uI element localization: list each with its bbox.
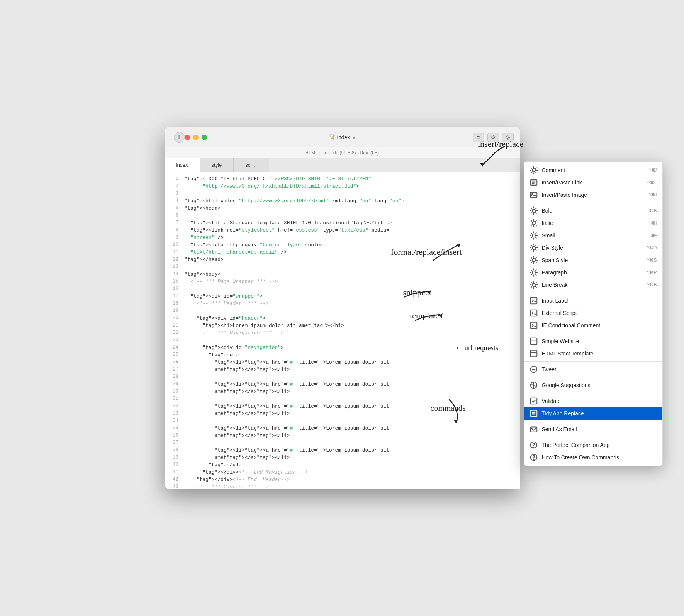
menu-item-bold[interactable]: Bold⌘B	[524, 205, 662, 217]
close-button[interactable]	[185, 135, 190, 140]
tab-index[interactable]: index	[165, 158, 200, 172]
line-content: amet"tag"></a>"tag"></li>	[185, 410, 517, 417]
code-line: 42 "tag"></div><!-- End Header-->	[165, 476, 520, 483]
menu-item-input-label[interactable]: Input Label	[524, 294, 662, 307]
svg-point-15	[532, 259, 535, 262]
code-line: 7 "tag"><title>Standard Template XHTML 1…	[165, 219, 520, 227]
snippet-icon	[530, 296, 538, 305]
info-button[interactable]: i	[174, 132, 185, 143]
menu-item-label: Tweet	[542, 366, 657, 372]
menu-item-google-suggestions[interactable]: Google Suggestions	[524, 379, 662, 391]
line-number: 37	[168, 439, 178, 447]
gear-icon	[530, 231, 538, 240]
line-number: 6	[168, 212, 178, 219]
line-number: 41	[168, 469, 178, 476]
menu-item-comment[interactable]: Comment^⌘/	[524, 164, 662, 176]
line-content: "tag"><li>"tag"><a href="#" title="">Lor…	[185, 381, 517, 388]
google-icon	[530, 381, 538, 389]
gear-icon	[530, 268, 538, 277]
menu-item-div-style[interactable]: Div Style^⌘D	[524, 242, 662, 254]
menu-separator	[524, 203, 662, 203]
line-number: 3	[168, 190, 178, 197]
maximize-button[interactable]	[202, 135, 207, 140]
menu-item-label: IE Conditional Comment	[542, 322, 657, 328]
line-content: <!-- *** Content *** -->	[185, 483, 517, 489]
menu-item-italic[interactable]: Italic⌘I	[524, 217, 662, 229]
menu-item-tidy-replace[interactable]: Tidy And Replace	[524, 407, 662, 420]
menu-separator	[524, 333, 662, 333]
line-content: "tag"><li>"tag"><a href="#" title="">Lor…	[185, 359, 517, 366]
menu-item-label: Bold	[542, 208, 645, 214]
line-content: "tag"><li>"tag"><a href="#" title="">Lor…	[185, 425, 517, 432]
menu-item-label: Paragraph	[542, 269, 643, 276]
line-number: 27	[168, 366, 178, 373]
annotation-url-requests: ← url requests	[455, 344, 499, 352]
code-line: 36 amet"tag"></a>"tag"></li>	[165, 432, 520, 439]
menu-item-paragraph[interactable]: Paragraph^⌘P	[524, 266, 662, 279]
line-number: 22	[168, 329, 178, 337]
menu-item-small[interactable]: Small⌘-	[524, 229, 662, 242]
menu-item-html-strict[interactable]: HTML Strict Template	[524, 347, 662, 360]
line-number: 28	[168, 373, 178, 381]
content-area: 1"tag"><!DOCTYPE html PUBLIC "-//W3C//DT…	[165, 172, 520, 489]
menu-item-label: Input Label	[542, 298, 657, 304]
menu-item-simple-website[interactable]: Simple Website	[524, 335, 662, 347]
line-number: 35	[168, 425, 178, 432]
menu-separator	[524, 421, 662, 421]
subtitlebar: HTML · Unicode (UTF-8) · Unix (LF)	[165, 147, 520, 158]
code-line: 11 "text/html; charset=us-ascii" />	[165, 249, 520, 256]
menu-item-external-script[interactable]: External Script	[524, 307, 662, 319]
menu-item-tweet[interactable]: Tweet	[524, 363, 662, 376]
line-content: "tag"></div><!-- End Navigation -->	[185, 469, 517, 476]
line-number: 25	[168, 351, 178, 359]
line-content: "tag"><li>"tag"><a href="#" title="">Lor…	[185, 447, 517, 454]
line-number: 31	[168, 395, 178, 403]
main-window: i 📝 index ∨ ≡ ⚙ ◎ HTML · Unicode (UTF-8)…	[165, 127, 520, 489]
menu-item-line-break[interactable]: Line Break^⌘B	[524, 279, 662, 291]
gear-icon	[530, 244, 538, 252]
line-number: 21	[168, 322, 178, 329]
tidy-icon	[530, 409, 538, 418]
traffic-lights	[185, 135, 207, 140]
dropdown-menu: Comment^⌘/Insert/Paste Link^⌘LInsert/Pas…	[524, 161, 663, 466]
menu-item-shortcut: ^⌘/	[649, 168, 657, 173]
line-content: amet"tag"></a>"tag"></li>	[185, 454, 517, 461]
code-line: 29 "tag"><li>"tag"><a href="#" title="">…	[165, 381, 520, 388]
code-line: 5"tag"><head>	[165, 205, 520, 212]
menu-item-label: Google Suggestions	[542, 382, 657, 388]
annotation-snippets: snippets	[403, 288, 431, 298]
menu-item-label: Tidy And Replace	[542, 410, 657, 416]
tab-scr[interactable]: scr…	[234, 158, 269, 172]
minimize-button[interactable]	[193, 135, 199, 140]
menu-item-span-style[interactable]: Span Style^⌘S	[524, 254, 662, 266]
menu-item-insert-paste-link[interactable]: Insert/Paste Link^⌘L	[524, 176, 662, 189]
line-content: amet"tag"></a>"tag"></li>	[185, 432, 517, 439]
validate-icon	[530, 397, 538, 405]
svg-rect-33	[530, 410, 537, 417]
menu-item-label: Validate	[542, 398, 657, 404]
code-line: 27 amet"tag"></a>"tag"></li>	[165, 366, 520, 373]
svg-point-17	[532, 283, 535, 286]
line-number: 42	[168, 476, 178, 483]
code-line: 14"tag"><body>	[165, 271, 520, 278]
line-content: "screen" />	[185, 234, 517, 241]
code-editor[interactable]: 1"tag"><!DOCTYPE html PUBLIC "-//W3C//DT…	[165, 172, 520, 489]
line-content: "tag"><html xmlns="http://www.w3.org/199…	[185, 197, 517, 205]
menu-item-perfect-companion[interactable]: The Perfect Companion App	[524, 439, 662, 451]
tab-style[interactable]: style	[200, 158, 234, 172]
menu-item-validate[interactable]: Validate	[524, 395, 662, 407]
line-number: 32	[168, 403, 178, 410]
svg-point-40	[533, 459, 534, 460]
line-content: "tag"><title>Standard Template XHTML 1.0…	[185, 219, 517, 227]
menu-item-insert-paste-image[interactable]: Insert/Paste Image^⌘I	[524, 189, 662, 201]
menu-item-send-as-email[interactable]: Send As Email	[524, 423, 662, 435]
line-content: <!-- *** Header *** -->	[185, 300, 517, 307]
menu-item-own-commands[interactable]: How To Create Own Commands	[524, 451, 662, 464]
menu-item-ie-conditional[interactable]: IE Conditional Comment	[524, 319, 662, 332]
code-line: 39 amet"tag"></a>"tag"></li>	[165, 454, 520, 461]
line-content: "tag"></div><!-- End Header-->	[185, 476, 517, 483]
line-number: 19	[168, 307, 178, 315]
gear-icon	[530, 219, 538, 227]
scene: insert/replace format/replace/insert sni…	[165, 127, 520, 489]
line-number: 34	[168, 417, 178, 425]
